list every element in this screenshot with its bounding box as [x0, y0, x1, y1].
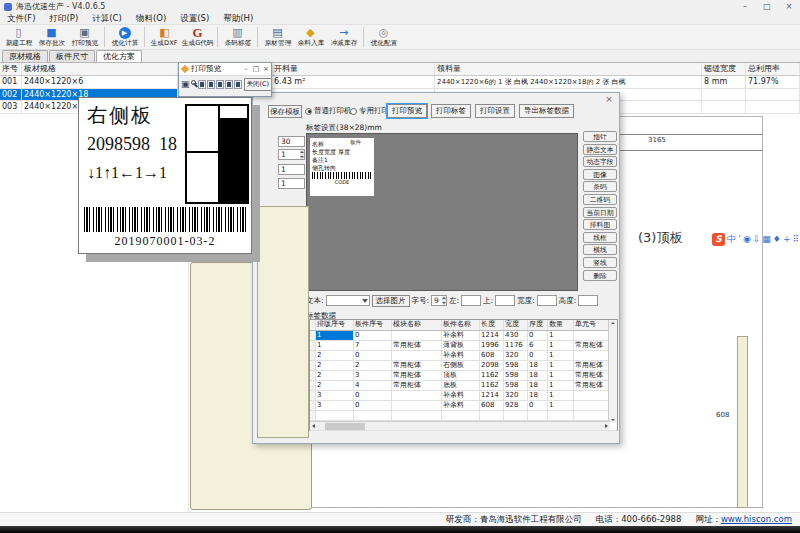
add-icon[interactable]: + [783, 233, 791, 246]
menu-item-1[interactable]: 打印(P) [43, 13, 86, 24]
tool-button-2[interactable]: 动态字段 [583, 156, 617, 167]
sogou-logo-icon[interactable]: S [712, 233, 725, 246]
menu-item-2[interactable]: 计算(C) [85, 13, 129, 24]
tool-button-0[interactable]: 指针 [583, 131, 617, 142]
menu-item-0[interactable]: 文件(F) [0, 13, 43, 24]
keyboard-icon[interactable]: ▦ [762, 233, 771, 246]
text-combobox[interactable] [326, 295, 370, 306]
table-row[interactable] [310, 411, 617, 421]
chinese-mode-icon[interactable]: 中 [727, 233, 736, 246]
menu-item-4[interactable]: 设置(S) [173, 13, 216, 24]
tool-button-8[interactable]: 线框 [583, 232, 617, 243]
close-button[interactable]: × [778, 0, 800, 13]
stepper-arrows-icon[interactable] [442, 296, 446, 305]
data-cell: 1 [316, 331, 354, 340]
dialog-left-field-0[interactable]: 30 [278, 136, 305, 147]
punctuation-icon[interactable]: ’ [738, 233, 741, 246]
data-cell: 常用柜体 [392, 341, 442, 350]
toolbar-optimize-calc-button[interactable]: ▶优化计算 [108, 25, 141, 49]
table-row[interactable]: 22常用柜体右侧板2098598181常用柜体 [310, 361, 617, 371]
more-icon[interactable]: ⠿ [792, 233, 799, 246]
page-layout-icon[interactable] [225, 80, 233, 89]
dialog-left-field-2[interactable]: 1 [278, 164, 305, 175]
data-cell: 928 [504, 401, 528, 410]
table-row[interactable]: 30补余料1214320181 [310, 391, 617, 401]
tool-button-10[interactable]: 竖线 [583, 257, 617, 268]
dialog-button-0[interactable]: 打印预览 [387, 104, 427, 118]
top-field[interactable] [495, 295, 515, 306]
tool-button-4[interactable]: 条码 [583, 181, 617, 192]
sheet-cell: 6.43 m² [272, 76, 435, 88]
tab-2[interactable]: 优化方案 [96, 50, 142, 62]
toolbar-material-manage-button[interactable]: ▤原材管理 [261, 25, 294, 49]
tool-button-3[interactable]: 图像 [583, 169, 617, 180]
table-row[interactable]: 20补余料60832001 [310, 351, 617, 361]
minimize-button[interactable]: – [734, 0, 756, 13]
dialog-close-icon[interactable]: × [603, 94, 615, 104]
tool-button-11[interactable]: 删除 [583, 270, 617, 281]
data-cell: 常用柜体 [574, 371, 610, 380]
preview-close-button[interactable]: × [261, 65, 271, 73]
preview-minimize-button[interactable]: – [241, 65, 251, 73]
table-row[interactable]: 0012440×1220×66.43 m²2440×1220×6的 1 张 白枫… [0, 76, 800, 89]
radio-normal-printer[interactable]: 普通打印机 [305, 106, 352, 116]
menu-item-3[interactable]: 物料(O) [129, 13, 173, 24]
table-row[interactable]: 10补余料121443001 [310, 331, 617, 341]
label-design-area[interactable]: 板件 名称长度宽度 厚度备注1侧孔转向 CODE [306, 133, 578, 291]
sheet-header-cell: 开料量 [272, 63, 435, 75]
preview-close-dialog-button[interactable]: 关闭(C) [244, 78, 271, 91]
scrollbar-thumb[interactable] [325, 423, 365, 430]
toolbar-generate-gcode-button[interactable]: G生成G代码 [181, 25, 214, 49]
tab-0[interactable]: 原材规格 [2, 50, 48, 62]
vertical-scrollbar[interactable] [608, 320, 617, 423]
page-layout-icon[interactable] [234, 80, 242, 89]
tab-1[interactable]: 板件尺寸 [49, 50, 95, 62]
page-layout-icon[interactable] [207, 80, 215, 89]
dialog-button-1[interactable]: 打印标签 [431, 104, 471, 118]
page-layout-icon[interactable] [216, 80, 224, 89]
sheet-header-row: 序号板材规格开料量领料量锯缝宽度总利用率 [0, 63, 800, 76]
table-row[interactable]: 23常用柜体顶板1162598181常用柜体 [310, 371, 617, 381]
toolbar-save-batch-button[interactable]: ■保存批次 [35, 25, 68, 49]
menu-item-5[interactable]: 帮助(H) [216, 13, 260, 24]
dialog-left-field-1[interactable]: 1 [278, 149, 305, 160]
tool-button-5[interactable]: 二维码 [583, 194, 617, 205]
download-icon[interactable]: ⇩ [753, 233, 761, 246]
toolbar-barcode-label-button[interactable]: ▥条码标签 [221, 25, 254, 49]
height-field[interactable] [578, 295, 598, 306]
stepper-arrows-icon[interactable] [300, 150, 304, 159]
toolbar-reduce-stock-button[interactable]: →冲减库存 [327, 25, 360, 49]
preview-maximize-button[interactable]: □ [251, 65, 261, 73]
page-layout-icon[interactable] [198, 80, 206, 89]
tool-button-9[interactable]: 横线 [583, 244, 617, 255]
print-icon[interactable]: ▣ [181, 79, 190, 89]
toolbar-print-preview-button[interactable]: ▣打印预览 [68, 25, 101, 49]
toolbar-remnant-instock-button[interactable]: ◆余料入库 [294, 25, 327, 49]
horizontal-scrollbar[interactable] [310, 421, 610, 430]
select-image-button[interactable]: 选择图片 [372, 295, 410, 307]
table-row[interactable]: 30补余料60892801 [310, 401, 617, 411]
width-field[interactable] [537, 295, 557, 306]
save-template-button[interactable]: 保存模板 [268, 105, 302, 118]
table-row[interactable]: 24常用柜体底板1162598181常用柜体 [310, 381, 617, 391]
tool-button-1[interactable]: 静态文本 [583, 144, 617, 155]
emoji-icon[interactable]: ◉ [743, 233, 751, 246]
toolbar-generate-dxf-button[interactable]: ◧生成DXF [148, 25, 181, 49]
data-cell: 18 [528, 381, 548, 390]
table-row[interactable]: 17常用柜体薄背板1996117661常用柜体 [310, 341, 617, 351]
toolbar-optimize-config-button[interactable]: ◎优化配置 [367, 25, 400, 49]
skin-icon[interactable]: ♦ [773, 233, 781, 246]
website-link[interactable]: www.hiscon.com [721, 514, 792, 524]
font-size-stepper[interactable]: 9 [431, 295, 447, 306]
dialog-button-3[interactable]: 导出标签数据 [519, 104, 574, 118]
maximize-button[interactable]: □ [756, 0, 778, 13]
dialog-left-field-3[interactable]: 1 [278, 178, 305, 189]
toolbar-new-project-button[interactable]: ▯新建工程 [2, 25, 35, 49]
left-field[interactable] [461, 295, 481, 306]
data-cell: 0 [354, 351, 392, 360]
dialog-button-2[interactable]: 打印设置 [475, 104, 515, 118]
data-cell: 608 [480, 351, 504, 360]
label-template[interactable]: 板件 名称长度宽度 厚度备注1侧孔转向 CODE [310, 138, 374, 196]
tool-button-6[interactable]: 当前日期 [583, 207, 617, 218]
tool-button-7[interactable]: 排料图 [583, 219, 617, 230]
